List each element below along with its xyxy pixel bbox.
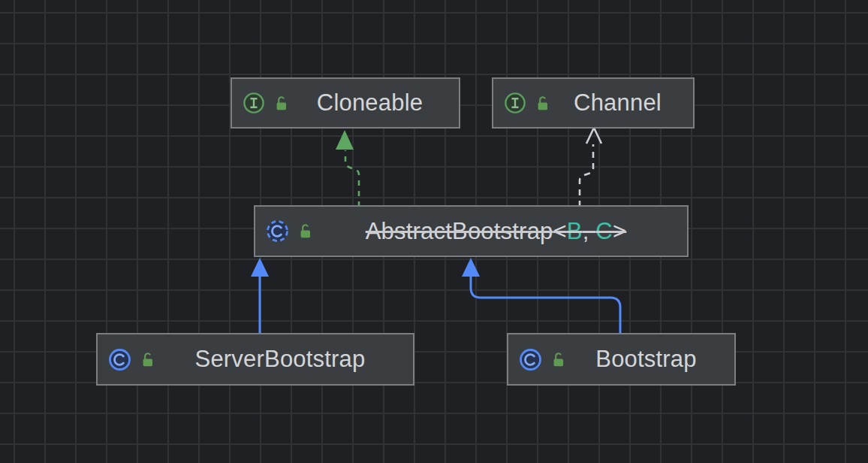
generic-open: < <box>553 218 567 244</box>
unlocked-icon <box>550 351 567 368</box>
unlocked-icon <box>139 351 156 368</box>
edge-realization-abstractbootstrap-cloneable[interactable] <box>336 130 359 207</box>
unlocked-icon <box>534 95 551 112</box>
arrowhead-filled <box>251 258 269 277</box>
interface-icon <box>503 91 527 115</box>
node-label: Channel <box>554 89 681 117</box>
class-icon <box>518 347 543 372</box>
class-name: AbstractBootstrap <box>366 218 553 244</box>
interface-icon <box>242 91 266 115</box>
node-bootstrap[interactable]: Bootstrap <box>507 333 736 386</box>
unlocked-icon <box>273 95 290 112</box>
edge-generalization-bootstrap-abstractbootstrap[interactable] <box>462 258 620 333</box>
node-serverbootstrap[interactable]: ServerBootstrap <box>96 333 414 386</box>
node-label: AbstractBootstrap<B, C> <box>317 218 675 245</box>
type-param-separator: , <box>583 218 596 244</box>
edge-dependency-abstractbootstrap-channel[interactable] <box>580 128 601 207</box>
arrowhead-filled <box>336 130 354 150</box>
edge-line <box>471 275 620 333</box>
arrowhead-open <box>586 128 601 144</box>
arrowhead-filled <box>462 258 480 277</box>
generic-close: > <box>613 218 626 244</box>
edge-line <box>580 144 593 207</box>
node-label: Cloneable <box>293 89 447 117</box>
edge-generalization-serverbootstrap-abstractbootstrap[interactable] <box>251 258 269 333</box>
node-channel[interactable]: Channel <box>492 77 695 129</box>
diagram-canvas[interactable]: Cloneable Channel <box>0 0 868 463</box>
node-abstractbootstrap[interactable]: AbstractBootstrap<B, C> <box>254 205 689 257</box>
unlocked-icon <box>297 222 314 240</box>
edge-line <box>345 150 359 207</box>
node-label: ServerBootstrap <box>159 346 401 373</box>
abstract-class-icon <box>265 219 290 244</box>
type-param-c: C <box>595 218 613 244</box>
node-label: Bootstrap <box>570 346 722 373</box>
node-cloneable[interactable]: Cloneable <box>231 77 460 129</box>
type-param-b: B <box>567 218 583 244</box>
class-icon <box>107 347 132 372</box>
